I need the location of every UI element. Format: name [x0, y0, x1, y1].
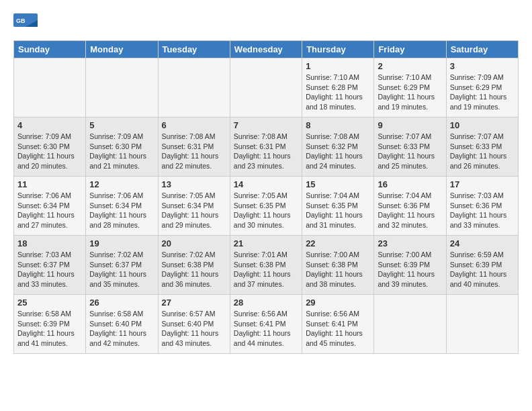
calendar-cell: 9Sunrise: 7:07 AM Sunset: 6:33 PM Daylig… [374, 118, 446, 177]
header-sunday: Sunday [14, 41, 86, 58]
day-number: 9 [378, 120, 442, 130]
calendar-cell: 24Sunrise: 6:59 AM Sunset: 6:39 PM Dayli… [446, 236, 518, 295]
day-number: 6 [162, 120, 226, 130]
header-monday: Monday [86, 41, 158, 58]
calendar-cell: 27Sunrise: 6:57 AM Sunset: 6:40 PM Dayli… [158, 295, 230, 354]
calendar-cell: 17Sunrise: 7:03 AM Sunset: 6:36 PM Dayli… [446, 177, 518, 236]
day-number: 23 [378, 238, 442, 248]
cell-content: Sunrise: 7:02 AM Sunset: 6:38 PM Dayligh… [162, 250, 226, 289]
day-number: 22 [306, 238, 370, 248]
day-number: 13 [162, 179, 226, 189]
week-row-1: 1Sunrise: 7:10 AM Sunset: 6:28 PM Daylig… [14, 58, 519, 118]
day-number: 10 [450, 120, 515, 130]
day-number: 1 [306, 61, 370, 71]
day-number: 27 [162, 298, 226, 308]
cell-content: Sunrise: 6:56 AM Sunset: 6:41 PM Dayligh… [306, 309, 370, 349]
calendar-cell: 10Sunrise: 7:07 AM Sunset: 6:33 PM Dayli… [446, 118, 518, 177]
calendar-header-row: SundayMondayTuesdayWednesdayThursdayFrid… [14, 41, 519, 58]
cell-content: Sunrise: 7:10 AM Sunset: 6:29 PM Dayligh… [378, 73, 442, 112]
header-thursday: Thursday [302, 41, 374, 58]
calendar-cell: 14Sunrise: 7:05 AM Sunset: 6:35 PM Dayli… [230, 177, 302, 236]
cell-content: Sunrise: 7:05 AM Sunset: 6:35 PM Dayligh… [234, 191, 298, 230]
cell-content: Sunrise: 7:03 AM Sunset: 6:37 PM Dayligh… [17, 250, 82, 289]
day-number: 20 [162, 238, 226, 248]
calendar-table: SundayMondayTuesdayWednesdayThursdayFrid… [13, 40, 519, 354]
logo-icon: GB [13, 13, 38, 34]
calendar-cell: 29Sunrise: 6:56 AM Sunset: 6:41 PM Dayli… [302, 295, 374, 354]
calendar-cell: 15Sunrise: 7:04 AM Sunset: 6:35 PM Dayli… [302, 177, 374, 236]
calendar-cell: 2Sunrise: 7:10 AM Sunset: 6:29 PM Daylig… [374, 58, 446, 118]
calendar-cell: 26Sunrise: 6:58 AM Sunset: 6:40 PM Dayli… [86, 295, 158, 354]
day-number: 29 [306, 298, 370, 308]
cell-content: Sunrise: 6:59 AM Sunset: 6:39 PM Dayligh… [450, 250, 515, 289]
day-number: 5 [89, 120, 154, 130]
calendar-cell: 16Sunrise: 7:04 AM Sunset: 6:36 PM Dayli… [374, 177, 446, 236]
calendar-cell: 23Sunrise: 7:00 AM Sunset: 6:39 PM Dayli… [374, 236, 446, 295]
calendar-cell: 28Sunrise: 6:56 AM Sunset: 6:41 PM Dayli… [230, 295, 302, 354]
calendar-cell: 25Sunrise: 6:58 AM Sunset: 6:39 PM Dayli… [14, 295, 86, 354]
calendar-cell: 6Sunrise: 7:08 AM Sunset: 6:31 PM Daylig… [158, 118, 230, 177]
header-saturday: Saturday [446, 41, 518, 58]
day-number: 7 [234, 120, 298, 130]
cell-content: Sunrise: 7:04 AM Sunset: 6:35 PM Dayligh… [306, 191, 370, 230]
cell-content: Sunrise: 7:00 AM Sunset: 6:38 PM Dayligh… [306, 250, 370, 289]
cell-content: Sunrise: 7:07 AM Sunset: 6:33 PM Dayligh… [378, 132, 442, 171]
cell-content: Sunrise: 7:05 AM Sunset: 6:34 PM Dayligh… [162, 191, 226, 230]
calendar-cell [158, 58, 230, 118]
svg-text:GB: GB [16, 17, 26, 24]
calendar-cell: 19Sunrise: 7:02 AM Sunset: 6:37 PM Dayli… [86, 236, 158, 295]
cell-content: Sunrise: 7:07 AM Sunset: 6:33 PM Dayligh… [450, 132, 515, 171]
calendar-cell: 1Sunrise: 7:10 AM Sunset: 6:28 PM Daylig… [302, 58, 374, 118]
calendar-cell: 8Sunrise: 7:08 AM Sunset: 6:32 PM Daylig… [302, 118, 374, 177]
calendar-cell [14, 58, 86, 118]
day-number: 11 [17, 179, 82, 189]
day-number: 19 [89, 238, 154, 248]
cell-content: Sunrise: 7:04 AM Sunset: 6:36 PM Dayligh… [378, 191, 442, 230]
day-number: 4 [17, 120, 82, 130]
cell-content: Sunrise: 7:09 AM Sunset: 6:30 PM Dayligh… [17, 132, 82, 171]
cell-content: Sunrise: 7:09 AM Sunset: 6:29 PM Dayligh… [450, 73, 515, 112]
cell-content: Sunrise: 6:56 AM Sunset: 6:41 PM Dayligh… [234, 309, 298, 349]
cell-content: Sunrise: 6:58 AM Sunset: 6:40 PM Dayligh… [89, 309, 154, 349]
week-row-3: 11Sunrise: 7:06 AM Sunset: 6:34 PM Dayli… [14, 177, 519, 236]
cell-content: Sunrise: 7:01 AM Sunset: 6:38 PM Dayligh… [234, 250, 298, 289]
cell-content: Sunrise: 7:10 AM Sunset: 6:28 PM Dayligh… [306, 73, 370, 112]
day-number: 21 [234, 238, 298, 248]
calendar-cell: 3Sunrise: 7:09 AM Sunset: 6:29 PM Daylig… [446, 58, 518, 118]
calendar-cell: 18Sunrise: 7:03 AM Sunset: 6:37 PM Dayli… [14, 236, 86, 295]
calendar-cell: 22Sunrise: 7:00 AM Sunset: 6:38 PM Dayli… [302, 236, 374, 295]
calendar-cell [446, 295, 518, 354]
cell-content: Sunrise: 7:09 AM Sunset: 6:30 PM Dayligh… [89, 132, 154, 171]
day-number: 12 [89, 179, 154, 189]
calendar-cell: 4Sunrise: 7:09 AM Sunset: 6:30 PM Daylig… [14, 118, 86, 177]
cell-content: Sunrise: 7:06 AM Sunset: 6:34 PM Dayligh… [89, 191, 154, 230]
calendar-cell: 13Sunrise: 7:05 AM Sunset: 6:34 PM Dayli… [158, 177, 230, 236]
header-friday: Friday [374, 41, 446, 58]
calendar-cell: 11Sunrise: 7:06 AM Sunset: 6:34 PM Dayli… [14, 177, 86, 236]
calendar-cell: 5Sunrise: 7:09 AM Sunset: 6:30 PM Daylig… [86, 118, 158, 177]
day-number: 8 [306, 120, 370, 130]
day-number: 16 [378, 179, 442, 189]
calendar-cell: 12Sunrise: 7:06 AM Sunset: 6:34 PM Dayli… [86, 177, 158, 236]
day-number: 25 [17, 298, 82, 308]
calendar-cell [230, 58, 302, 118]
header-tuesday: Tuesday [158, 41, 230, 58]
week-row-2: 4Sunrise: 7:09 AM Sunset: 6:30 PM Daylig… [14, 118, 519, 177]
cell-content: Sunrise: 7:06 AM Sunset: 6:34 PM Dayligh… [17, 191, 82, 230]
day-number: 2 [378, 61, 442, 71]
calendar-cell: 7Sunrise: 7:08 AM Sunset: 6:31 PM Daylig… [230, 118, 302, 177]
day-number: 28 [234, 298, 298, 308]
week-row-4: 18Sunrise: 7:03 AM Sunset: 6:37 PM Dayli… [14, 236, 519, 295]
calendar-cell: 20Sunrise: 7:02 AM Sunset: 6:38 PM Dayli… [158, 236, 230, 295]
day-number: 17 [450, 179, 515, 189]
logo: GB [13, 13, 40, 34]
cell-content: Sunrise: 7:08 AM Sunset: 6:31 PM Dayligh… [234, 132, 298, 171]
day-number: 15 [306, 179, 370, 189]
cell-content: Sunrise: 7:00 AM Sunset: 6:39 PM Dayligh… [378, 250, 442, 289]
week-row-5: 25Sunrise: 6:58 AM Sunset: 6:39 PM Dayli… [14, 295, 519, 354]
cell-content: Sunrise: 7:08 AM Sunset: 6:32 PM Dayligh… [306, 132, 370, 171]
cell-content: Sunrise: 7:08 AM Sunset: 6:31 PM Dayligh… [162, 132, 226, 171]
page-header: GB [13, 13, 519, 34]
calendar-cell [374, 295, 446, 354]
cell-content: Sunrise: 6:58 AM Sunset: 6:39 PM Dayligh… [17, 309, 82, 349]
